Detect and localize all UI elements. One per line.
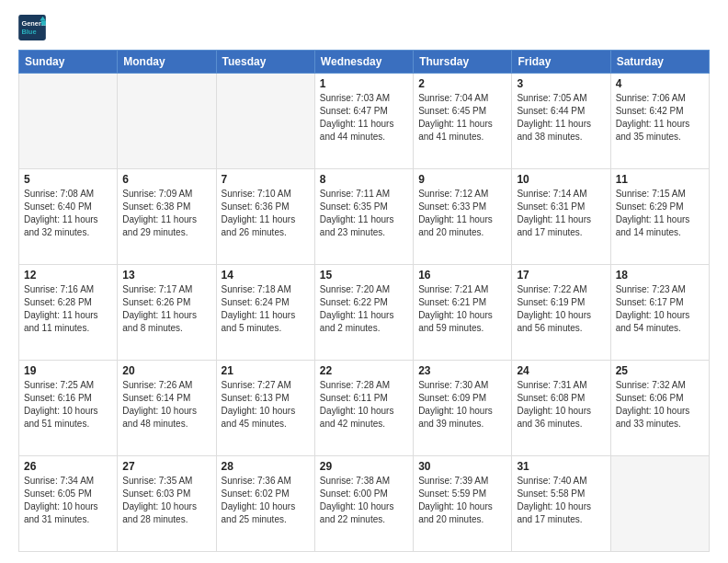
calendar-cell: 15Sunrise: 7:20 AM Sunset: 6:22 PM Dayli… xyxy=(314,265,413,361)
day-number: 5 xyxy=(24,173,112,186)
calendar-cell: 28Sunrise: 7:36 AM Sunset: 6:02 PM Dayli… xyxy=(216,456,314,552)
day-number: 9 xyxy=(418,173,506,186)
calendar-cell: 11Sunrise: 7:15 AM Sunset: 6:29 PM Dayli… xyxy=(610,169,709,265)
calendar-cell xyxy=(118,74,216,169)
calendar-body: 1Sunrise: 7:03 AM Sunset: 6:47 PM Daylig… xyxy=(19,74,710,552)
calendar-cell: 7Sunrise: 7:10 AM Sunset: 6:36 PM Daylig… xyxy=(216,169,314,265)
day-info: Sunrise: 7:18 AM Sunset: 6:24 PM Dayligh… xyxy=(222,283,310,335)
calendar-cell: 3Sunrise: 7:05 AM Sunset: 6:44 PM Daylig… xyxy=(512,74,610,169)
day-info: Sunrise: 7:14 AM Sunset: 6:31 PM Dayligh… xyxy=(517,188,605,239)
day-number: 3 xyxy=(517,77,605,90)
weekday-header-saturday: Saturday xyxy=(610,51,709,74)
day-info: Sunrise: 7:40 AM Sunset: 5:58 PM Dayligh… xyxy=(517,475,605,526)
day-number: 11 xyxy=(616,173,704,186)
day-number: 16 xyxy=(418,269,506,282)
day-info: Sunrise: 7:04 AM Sunset: 6:45 PM Dayligh… xyxy=(418,92,506,144)
day-info: Sunrise: 7:12 AM Sunset: 6:33 PM Dayligh… xyxy=(418,188,506,239)
day-number: 24 xyxy=(517,364,605,377)
day-info: Sunrise: 7:23 AM Sunset: 6:17 PM Dayligh… xyxy=(616,283,704,335)
calendar-cell: 31Sunrise: 7:40 AM Sunset: 5:58 PM Dayli… xyxy=(512,456,610,552)
calendar-cell: 20Sunrise: 7:26 AM Sunset: 6:14 PM Dayli… xyxy=(118,361,216,456)
calendar-cell: 19Sunrise: 7:25 AM Sunset: 6:16 PM Dayli… xyxy=(19,361,118,456)
day-number: 13 xyxy=(122,269,210,282)
day-info: Sunrise: 7:39 AM Sunset: 5:59 PM Dayligh… xyxy=(418,475,506,526)
calendar-cell: 22Sunrise: 7:28 AM Sunset: 6:11 PM Dayli… xyxy=(314,361,413,456)
day-info: Sunrise: 7:26 AM Sunset: 6:14 PM Dayligh… xyxy=(122,379,210,431)
day-number: 21 xyxy=(222,364,310,377)
calendar-cell: 13Sunrise: 7:17 AM Sunset: 6:26 PM Dayli… xyxy=(118,265,216,361)
calendar-cell: 14Sunrise: 7:18 AM Sunset: 6:24 PM Dayli… xyxy=(216,265,314,361)
day-number: 20 xyxy=(122,364,210,377)
logo-icon: General Blue xyxy=(18,15,46,40)
day-info: Sunrise: 7:28 AM Sunset: 6:11 PM Dayligh… xyxy=(320,379,408,431)
day-info: Sunrise: 7:05 AM Sunset: 6:44 PM Dayligh… xyxy=(517,92,605,144)
day-number: 14 xyxy=(222,269,310,282)
day-number: 28 xyxy=(222,460,310,473)
calendar-cell: 10Sunrise: 7:14 AM Sunset: 6:31 PM Dayli… xyxy=(512,169,610,265)
calendar-cell: 1Sunrise: 7:03 AM Sunset: 6:47 PM Daylig… xyxy=(314,74,413,169)
calendar-cell: 26Sunrise: 7:34 AM Sunset: 6:05 PM Dayli… xyxy=(19,456,118,552)
calendar-week-1: 1Sunrise: 7:03 AM Sunset: 6:47 PM Daylig… xyxy=(19,74,710,169)
day-info: Sunrise: 7:09 AM Sunset: 6:38 PM Dayligh… xyxy=(122,188,210,239)
logo: General Blue xyxy=(18,15,50,40)
day-info: Sunrise: 7:38 AM Sunset: 6:00 PM Dayligh… xyxy=(320,475,408,526)
day-info: Sunrise: 7:10 AM Sunset: 6:36 PM Dayligh… xyxy=(222,188,310,239)
calendar-cell: 27Sunrise: 7:35 AM Sunset: 6:03 PM Dayli… xyxy=(118,456,216,552)
day-number: 18 xyxy=(616,269,704,282)
calendar-cell: 24Sunrise: 7:31 AM Sunset: 6:08 PM Dayli… xyxy=(512,361,610,456)
calendar-header: SundayMondayTuesdayWednesdayThursdayFrid… xyxy=(19,51,710,74)
day-info: Sunrise: 7:17 AM Sunset: 6:26 PM Dayligh… xyxy=(122,283,210,335)
day-number: 10 xyxy=(517,173,605,186)
day-number: 2 xyxy=(418,77,506,90)
calendar-cell: 23Sunrise: 7:30 AM Sunset: 6:09 PM Dayli… xyxy=(414,361,512,456)
day-number: 7 xyxy=(222,173,310,186)
calendar-cell: 25Sunrise: 7:32 AM Sunset: 6:06 PM Dayli… xyxy=(610,361,709,456)
calendar-cell: 6Sunrise: 7:09 AM Sunset: 6:38 PM Daylig… xyxy=(118,169,216,265)
day-number: 8 xyxy=(320,173,408,186)
day-info: Sunrise: 7:21 AM Sunset: 6:21 PM Dayligh… xyxy=(418,283,506,335)
svg-text:Blue: Blue xyxy=(21,28,36,36)
day-info: Sunrise: 7:35 AM Sunset: 6:03 PM Dayligh… xyxy=(122,475,210,526)
day-info: Sunrise: 7:06 AM Sunset: 6:42 PM Dayligh… xyxy=(616,92,704,144)
day-number: 12 xyxy=(24,269,112,282)
day-info: Sunrise: 7:22 AM Sunset: 6:19 PM Dayligh… xyxy=(517,283,605,335)
weekday-header-monday: Monday xyxy=(118,51,216,74)
day-info: Sunrise: 7:36 AM Sunset: 6:02 PM Dayligh… xyxy=(222,475,310,526)
calendar-week-2: 5Sunrise: 7:08 AM Sunset: 6:40 PM Daylig… xyxy=(19,169,710,265)
calendar-cell: 4Sunrise: 7:06 AM Sunset: 6:42 PM Daylig… xyxy=(610,74,709,169)
calendar-cell xyxy=(216,74,314,169)
day-info: Sunrise: 7:30 AM Sunset: 6:09 PM Dayligh… xyxy=(418,379,506,431)
weekday-header-sunday: Sunday xyxy=(19,51,118,74)
day-info: Sunrise: 7:20 AM Sunset: 6:22 PM Dayligh… xyxy=(320,283,408,335)
day-number: 4 xyxy=(616,77,704,90)
weekday-header-wednesday: Wednesday xyxy=(314,51,413,74)
calendar-cell xyxy=(610,456,709,552)
calendar-cell: 16Sunrise: 7:21 AM Sunset: 6:21 PM Dayli… xyxy=(414,265,512,361)
day-number: 23 xyxy=(418,364,506,377)
day-info: Sunrise: 7:32 AM Sunset: 6:06 PM Dayligh… xyxy=(616,379,704,431)
day-info: Sunrise: 7:15 AM Sunset: 6:29 PM Dayligh… xyxy=(616,188,704,239)
calendar-cell: 12Sunrise: 7:16 AM Sunset: 6:28 PM Dayli… xyxy=(19,265,118,361)
header: General Blue xyxy=(18,15,710,40)
day-info: Sunrise: 7:31 AM Sunset: 6:08 PM Dayligh… xyxy=(517,379,605,431)
day-number: 22 xyxy=(320,364,408,377)
calendar-cell: 29Sunrise: 7:38 AM Sunset: 6:00 PM Dayli… xyxy=(314,456,413,552)
calendar-week-4: 19Sunrise: 7:25 AM Sunset: 6:16 PM Dayli… xyxy=(19,361,710,456)
calendar-table: SundayMondayTuesdayWednesdayThursdayFrid… xyxy=(18,50,710,552)
weekday-header-tuesday: Tuesday xyxy=(216,51,314,74)
day-number: 1 xyxy=(320,77,408,90)
day-info: Sunrise: 7:34 AM Sunset: 6:05 PM Dayligh… xyxy=(24,475,112,526)
calendar-week-3: 12Sunrise: 7:16 AM Sunset: 6:28 PM Dayli… xyxy=(19,265,710,361)
day-info: Sunrise: 7:25 AM Sunset: 6:16 PM Dayligh… xyxy=(24,379,112,431)
weekday-header-thursday: Thursday xyxy=(414,51,512,74)
calendar-cell: 30Sunrise: 7:39 AM Sunset: 5:59 PM Dayli… xyxy=(414,456,512,552)
day-number: 26 xyxy=(24,460,112,473)
calendar-cell: 17Sunrise: 7:22 AM Sunset: 6:19 PM Dayli… xyxy=(512,265,610,361)
calendar-cell xyxy=(19,74,118,169)
day-number: 17 xyxy=(517,269,605,282)
day-number: 31 xyxy=(517,460,605,473)
day-number: 19 xyxy=(24,364,112,377)
day-info: Sunrise: 7:27 AM Sunset: 6:13 PM Dayligh… xyxy=(222,379,310,431)
day-info: Sunrise: 7:03 AM Sunset: 6:47 PM Dayligh… xyxy=(320,92,408,144)
day-info: Sunrise: 7:11 AM Sunset: 6:35 PM Dayligh… xyxy=(320,188,408,239)
